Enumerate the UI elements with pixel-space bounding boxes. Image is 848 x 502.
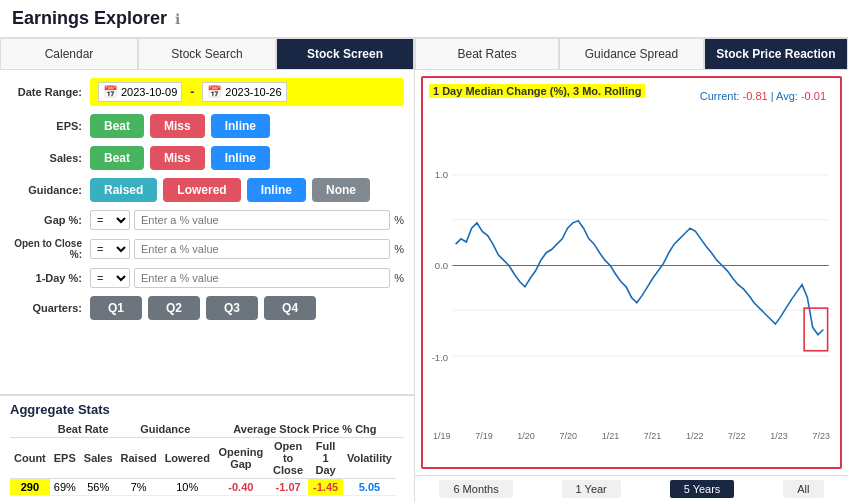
tab-stock-search[interactable]: Stock Search (138, 38, 276, 69)
left-panel: Calendar Stock Search Stock Screen Date … (0, 38, 415, 502)
one-day-operator-select[interactable]: =>< (90, 268, 130, 288)
chart-highlight-box (804, 308, 827, 351)
app-title: Earnings Explorer (12, 8, 167, 29)
col-header-guidance: Guidance (117, 421, 214, 438)
date-from-value: 2023-10-09 (121, 86, 177, 98)
guidance-label: Guidance: (10, 184, 90, 196)
left-tabs: Calendar Stock Search Stock Screen (0, 38, 414, 70)
col-volatility: Volatility (343, 438, 396, 479)
x-label-1/22: 1/22 (686, 431, 704, 441)
guidance-inline-button[interactable]: Inline (247, 178, 306, 202)
price-chart-svg: 1.0 0.0 -1.0 (429, 102, 834, 429)
tab-calendar[interactable]: Calendar (0, 38, 138, 69)
x-label-7/19: 7/19 (475, 431, 493, 441)
gap-value-input[interactable] (134, 210, 390, 230)
time-1year-button[interactable]: 1 Year (562, 480, 621, 498)
x-label-1/20: 1/20 (517, 431, 535, 441)
agg-raised: 7% (117, 479, 161, 496)
q1-button[interactable]: Q1 (90, 296, 142, 320)
tab-beat-rates[interactable]: Beat Rates (415, 38, 559, 69)
eps-beat-button[interactable]: Beat (90, 114, 144, 138)
q4-button[interactable]: Q4 (264, 296, 316, 320)
agg-opening-gap: -0.40 (214, 479, 268, 496)
quarters-buttons: Q1 Q2 Q3 Q4 (90, 296, 404, 320)
sales-buttons: Beat Miss Inline (90, 146, 404, 170)
date-to-input[interactable]: 📅 2023-10-26 (202, 82, 286, 102)
aggregate-data-row: 290 69% 56% 7% 10% -0.40 -1.07 -1.45 5.0… (10, 479, 404, 496)
right-panel: Beat Rates Guidance Spread Stock Price R… (415, 38, 848, 502)
agg-full-1-day: -1.45 (308, 479, 343, 496)
col-header-beat-rate: Beat Rate (50, 421, 117, 438)
one-day-input-area: =>< % (90, 268, 404, 288)
one-day-value-input[interactable] (134, 268, 390, 288)
eps-label: EPS: (10, 120, 90, 132)
one-day-percent-sign: % (394, 272, 404, 284)
time-all-button[interactable]: All (783, 480, 823, 498)
date-from-input[interactable]: 📅 2023-10-09 (98, 82, 182, 102)
open-close-label: Open to Close %: (10, 238, 90, 260)
sales-beat-button[interactable]: Beat (90, 146, 144, 170)
time-5years-button[interactable]: 5 Years (670, 480, 735, 498)
guidance-row: Guidance: Raised Lowered Inline None (10, 178, 404, 202)
col-header-avg-stock: Average Stock Price % Chg (214, 421, 396, 438)
open-close-row: Open to Close %: =>< % (10, 238, 404, 260)
app-header: Earnings Explorer ℹ (0, 0, 848, 38)
chart-title: 1 Day Median Change (%), 3 Mo. Rolling (429, 84, 645, 98)
aggregate-section: Aggregate Stats Beat Rate Guidance Avera… (0, 394, 414, 502)
agg-eps-beat: 69% (50, 479, 80, 496)
col-full-1-day: Full 1 Day (308, 438, 343, 479)
col-open-to-close: Open to Close (268, 438, 309, 479)
eps-miss-button[interactable]: Miss (150, 114, 205, 138)
guidance-lowered-button[interactable]: Lowered (163, 178, 240, 202)
gap-input-area: =><>=<= % (90, 210, 404, 230)
quarters-label: Quarters: (10, 302, 90, 314)
eps-inline-button[interactable]: Inline (211, 114, 270, 138)
guidance-raised-button[interactable]: Raised (90, 178, 157, 202)
date-separator: - (190, 85, 194, 99)
q2-button[interactable]: Q2 (148, 296, 200, 320)
current-value: -0.81 (743, 90, 768, 102)
col-header-empty (396, 421, 404, 438)
x-label-7/23: 7/23 (812, 431, 830, 441)
agg-count: 290 (10, 479, 50, 496)
gap-operator-select[interactable]: =><>=<= (90, 210, 130, 230)
x-label-7/21: 7/21 (644, 431, 662, 441)
eps-row: EPS: Beat Miss Inline (10, 114, 404, 138)
one-day-label: 1-Day %: (10, 272, 90, 284)
agg-lowered: 10% (161, 479, 214, 496)
date-to-value: 2023-10-26 (225, 86, 281, 98)
sales-label: Sales: (10, 152, 90, 164)
guidance-buttons: Raised Lowered Inline None (90, 178, 404, 202)
one-day-row: 1-Day %: =>< % (10, 268, 404, 288)
sales-row: Sales: Beat Miss Inline (10, 146, 404, 170)
calendar-to-icon: 📅 (207, 85, 222, 99)
q3-button[interactable]: Q3 (206, 296, 258, 320)
x-label-1/21: 1/21 (602, 431, 620, 441)
eps-buttons: Beat Miss Inline (90, 114, 404, 138)
chart-area: 1 Day Median Change (%), 3 Mo. Rolling C… (415, 70, 848, 475)
col-sales: Sales (80, 438, 117, 479)
col-eps: EPS (50, 438, 80, 479)
col-lowered: Lowered (161, 438, 214, 479)
col-raised: Raised (117, 438, 161, 479)
avg-value: -0.01 (801, 90, 826, 102)
info-icon[interactable]: ℹ (175, 11, 180, 27)
tab-stock-price-reaction[interactable]: Stock Price Reaction (704, 38, 848, 69)
sales-inline-button[interactable]: Inline (211, 146, 270, 170)
open-close-input-area: =>< % (90, 239, 404, 259)
sales-miss-button[interactable]: Miss (150, 146, 205, 170)
date-range-content: 📅 2023-10-09 - 📅 2023-10-26 (90, 78, 404, 106)
tab-stock-screen[interactable]: Stock Screen (276, 38, 414, 69)
open-close-value-input[interactable] (134, 239, 390, 259)
guidance-none-button[interactable]: None (312, 178, 370, 202)
tab-guidance-spread[interactable]: Guidance Spread (559, 38, 703, 69)
chart-current: Current: -0.81 | Avg: -0.01 (700, 90, 826, 102)
chart-line (456, 221, 824, 335)
gap-label: Gap %: (10, 214, 90, 226)
x-label-7/22: 7/22 (728, 431, 746, 441)
open-close-operator-select[interactable]: =>< (90, 239, 130, 259)
time-6months-button[interactable]: 6 Months (439, 480, 512, 498)
svg-text:0.0: 0.0 (435, 260, 448, 271)
x-axis: 1/19 7/19 1/20 7/20 1/21 7/21 1/22 7/22 … (429, 431, 834, 441)
chart-container: 1 Day Median Change (%), 3 Mo. Rolling C… (421, 76, 842, 469)
